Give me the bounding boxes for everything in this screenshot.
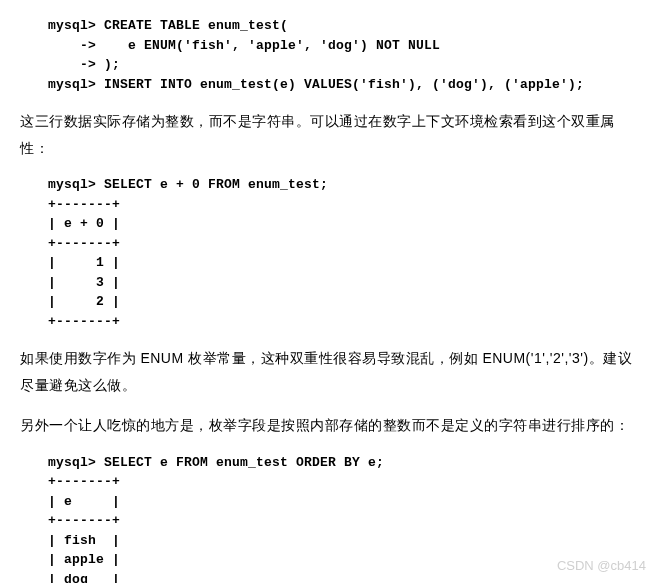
- paragraph-enum-numeric-warning: 如果使用数字作为 ENUM 枚举常量，这种双重性很容易导致混乱，例如 ENUM(…: [20, 345, 640, 398]
- code-block-select-e-plus-0: mysql> SELECT e + 0 FROM enum_test; +---…: [48, 175, 640, 331]
- code-block-select-order-by: mysql> SELECT e FROM enum_test ORDER BY …: [48, 453, 640, 583]
- paragraph-enum-sort-order: 另外一个让人吃惊的地方是，枚举字段是按照内部存储的整数而不是定义的字符串进行排序…: [20, 412, 640, 439]
- code-block-create-table: mysql> CREATE TABLE enum_test( -> e ENUM…: [48, 16, 640, 94]
- paragraph-storage-integer: 这三行数据实际存储为整数，而不是字符串。可以通过在数字上下文环境检索看到这个双重…: [20, 108, 640, 161]
- watermark: CSDN @cb414: [557, 556, 646, 577]
